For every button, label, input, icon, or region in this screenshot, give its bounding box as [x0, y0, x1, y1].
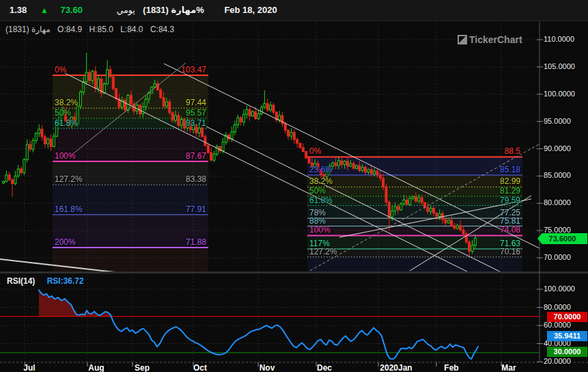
fib-level-label: 161.8%: [55, 204, 83, 214]
fib-level-label: 127.2%: [309, 247, 337, 256]
month-label: Mar: [492, 363, 526, 372]
price-axis-label: 100.0000: [544, 90, 575, 98]
rsi-axis-label: 100.0000: [544, 284, 575, 293]
month-label: Dec: [307, 363, 341, 372]
fib-level-label: 50%: [55, 108, 71, 118]
ohlc-low: L:84.0: [120, 25, 143, 34]
fib-level-label: 38.2%: [309, 176, 333, 186]
month-label: Feb: [434, 363, 468, 372]
fib-level-label: 100%: [309, 225, 331, 235]
rsi-panel: [0, 290, 540, 359]
fib-level-label: 83.38: [156, 174, 206, 184]
fib-level-label: 61.8%: [309, 196, 333, 205]
fib-level-label: 0%: [309, 146, 321, 156]
fib-level-label: 23.6%: [309, 165, 333, 174]
fib-level-label: 127.2%: [55, 174, 83, 184]
rsi-value-label: RSI:36.72: [47, 276, 84, 286]
price-axis-label: 90.0000: [544, 144, 571, 152]
month-label: Oct: [183, 363, 217, 372]
rsi-header: RSI(14) RSI:36.72: [7, 276, 84, 286]
fib-level-label: 75.81: [470, 216, 520, 226]
fib-level-label: 79.59: [470, 196, 520, 205]
price-axis-label: 95.0000: [544, 117, 571, 125]
price-axis-label: 75.0000: [544, 226, 571, 234]
price-axis-label: 85.0000: [544, 171, 571, 179]
fib-level-label: 70.16: [470, 247, 520, 256]
fib-level-label: 97.44: [156, 98, 206, 107]
fib-level-label: 95.57: [156, 108, 206, 118]
month-label: Sep: [125, 363, 159, 372]
ohlc-open: O:84.9: [57, 25, 82, 34]
fib-level-label: 82.99: [470, 176, 520, 186]
current-price-badge: 73.6000: [537, 233, 587, 244]
rsi-axis-label: 80.0000: [544, 303, 571, 311]
fib-level-label: 0%: [55, 65, 66, 75]
fib-level-label: 81.29: [470, 186, 520, 196]
fib-level-label: 85.18: [470, 165, 520, 174]
rsi-indicator-label: RSI(14): [7, 276, 35, 286]
fib-level-label: 71.88: [156, 237, 206, 247]
fib-level-label: 88.5: [470, 146, 520, 156]
price-axis-label: 70.0000: [544, 253, 571, 261]
tickerchart-watermark: TickerChart: [458, 34, 522, 45]
fib-level-label: 200%: [55, 237, 76, 247]
fib-level-label: 87.67: [156, 151, 206, 161]
fib-level-label: 103.47: [156, 65, 206, 75]
fib-level-label: 61.8%: [55, 118, 78, 128]
month-label: Aug: [79, 363, 113, 372]
tickerchart-logo-icon: [458, 35, 467, 44]
fib-level-label: 93.71: [156, 118, 206, 128]
watermark-text: TickerChart: [469, 34, 522, 45]
price-axis-label: 110.0000: [544, 35, 574, 43]
rsi-axis-label: 20.0000: [544, 357, 571, 365]
month-label: 2020Jan: [379, 363, 413, 372]
fib-level-label: 50%: [309, 186, 326, 196]
price-axis-label: 80.0000: [544, 198, 571, 207]
month-label: Nov: [250, 363, 284, 372]
month-label: Jul: [12, 363, 46, 372]
ohlc-high: H:85.0: [89, 25, 113, 34]
price-axis-label: 105.0000: [544, 62, 575, 70]
fib-level-label: 88%: [309, 216, 326, 226]
ohlc-symbol: مهارة (1831): [5, 25, 51, 34]
fib-level-label: 100%: [55, 151, 76, 161]
rsi-last-value-badge: 35.9411: [547, 331, 587, 341]
fib-level-label: 38.2%: [55, 98, 78, 107]
fib-level-label: 77.91: [156, 204, 206, 214]
ohlc-readout: مهارة (1831) O:84.9 H:85.0 L:84.0 C:84.3: [5, 25, 179, 34]
rsi-overbought-badge: 70.0000: [547, 312, 587, 322]
ohlc-close: C:84.3: [150, 25, 174, 34]
rsi-oversold-badge: 30.0000: [547, 347, 587, 357]
fib-level-label: 74.08: [470, 225, 520, 235]
tickerchart-window: مهارة (1831) يومي 73.60 ▲ 1.38% Feb 18, …: [0, 0, 588, 372]
